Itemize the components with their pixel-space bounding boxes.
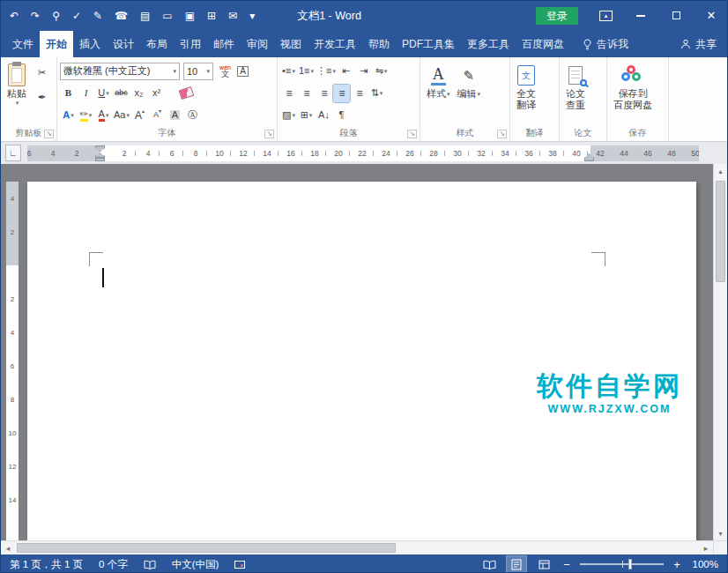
character-border-button[interactable]: A [234, 63, 251, 80]
line-spacing-button[interactable]: ⇅▾ [368, 85, 385, 102]
grow-font-button[interactable]: A▴ [131, 107, 148, 124]
tab-view[interactable]: 视图 [274, 31, 308, 57]
page-indicator[interactable]: 第 1 页，共 1 页 [10, 558, 83, 571]
vertical-scrollbar[interactable]: ▲ ▼ [713, 164, 727, 540]
enclose-char-button[interactable]: Ⓐ [184, 107, 201, 124]
paste-button[interactable]: 粘贴 ▾ [4, 60, 30, 108]
font-color-button[interactable]: A▾ [95, 107, 112, 124]
scroll-down-button[interactable]: ▼ [714, 526, 727, 540]
save-icon[interactable]: ▣ [185, 11, 195, 21]
shading-button[interactable]: ▨▾ [280, 107, 297, 124]
print-icon[interactable]: ⊞ [207, 11, 216, 21]
strikethrough-button[interactable]: abc [113, 85, 130, 102]
tab-home[interactable]: 开始 [40, 31, 73, 57]
zoom-out-button[interactable]: − [561, 558, 572, 571]
text-effects-button[interactable]: A▾ [60, 107, 77, 124]
scroll-right-button[interactable]: ▸ [699, 544, 713, 553]
maximize-button[interactable] [669, 9, 683, 23]
bold-button[interactable]: B [60, 85, 77, 102]
qat-more-icon[interactable]: ▾ [249, 11, 255, 21]
format-painter-button[interactable]: ✒ [33, 88, 50, 106]
tell-me-button[interactable]: 告诉我 [583, 31, 628, 57]
tab-insert[interactable]: 插入 [73, 31, 107, 57]
web-layout-button[interactable] [534, 556, 553, 572]
sort-button[interactable]: A↓ [316, 107, 332, 124]
show-marks-button[interactable]: ¶ [333, 107, 350, 124]
shrink-font-button[interactable]: A▾ [149, 107, 166, 124]
ribbon-display-options-icon[interactable]: ▴ [599, 11, 613, 21]
tab-pdf-tools[interactable]: PDF工具集 [396, 31, 461, 57]
proofing-button[interactable] [144, 560, 156, 569]
paper-check-button[interactable]: 论文 查重 [562, 60, 589, 113]
char-shading-button[interactable]: A [167, 107, 183, 124]
draw-table-icon[interactable]: ✎ [93, 11, 102, 21]
tab-mailings[interactable]: 邮件 [207, 31, 241, 57]
open-file-icon[interactable]: ▭ [162, 11, 172, 21]
share-button[interactable]: 共享 [680, 31, 717, 57]
print-layout-button[interactable] [507, 556, 526, 572]
undo-icon[interactable]: ↶ [10, 11, 19, 21]
tab-design[interactable]: 设计 [107, 31, 140, 57]
superscript-button[interactable]: x² [148, 85, 165, 102]
tab-review[interactable]: 审阅 [241, 31, 274, 57]
italic-button[interactable]: I [78, 85, 94, 102]
contacts-icon[interactable]: ☎ [115, 11, 128, 21]
font-name-select[interactable]: 微软雅黑 (中文正文) ▾ [60, 63, 180, 80]
zoom-in-button[interactable]: + [672, 558, 682, 571]
left-indent-marker[interactable] [95, 158, 105, 161]
font-dialog-launcher[interactable]: ↘ [264, 130, 274, 138]
increase-indent-button[interactable]: ⇥ [355, 63, 372, 80]
word-count[interactable]: 0 个字 [99, 558, 128, 571]
borders-button[interactable]: ⊞▾ [298, 107, 315, 124]
full-text-translate-button[interactable]: 文 全文 翻译 [513, 60, 539, 113]
close-button[interactable]: ✕ [704, 9, 718, 23]
tab-file[interactable]: 文件 [6, 31, 40, 57]
print-preview-icon[interactable]: ⚲ [52, 11, 60, 21]
tab-references[interactable]: 引用 [174, 31, 207, 57]
highlight-button[interactable]: ✏▾ [78, 107, 94, 124]
subscript-button[interactable]: x₂ [130, 85, 147, 102]
font-size-select[interactable]: 10 ▾ [183, 63, 213, 80]
asian-layout-button[interactable]: ⇋▾ [373, 63, 390, 80]
language-indicator[interactable]: 中文(中国) [172, 558, 219, 571]
spelling-grammar-icon[interactable]: ✓ [72, 11, 81, 21]
numbering-button[interactable]: 1≡▾ [298, 63, 315, 80]
align-right-button[interactable]: ≡ [316, 85, 332, 102]
align-left-button[interactable]: ≡ [280, 85, 297, 102]
scroll-up-button[interactable]: ▲ [714, 164, 727, 178]
zoom-slider[interactable] [580, 563, 664, 565]
tab-help[interactable]: 帮助 [362, 31, 396, 57]
minimize-button[interactable] [634, 9, 648, 23]
phonetic-guide-button[interactable]: wén 文 [217, 63, 234, 80]
distribute-button[interactable]: ≡ [351, 85, 368, 102]
clipboard-dialog-launcher[interactable]: ↘ [44, 130, 54, 138]
email-icon[interactable]: ✉ [228, 11, 237, 21]
style-editor-button[interactable]: ✎ 编辑▾ [454, 60, 485, 101]
redo-icon[interactable]: ↷ [31, 11, 40, 21]
tab-more-tools[interactable]: 更多工具 [461, 31, 516, 57]
horizontal-scrollbar-thumb[interactable] [17, 543, 396, 553]
bullets-button[interactable]: •≡▾ [280, 63, 297, 80]
styles-dialog-launcher[interactable]: ↘ [497, 130, 507, 138]
vertical-ruler[interactable]: 422468101214 [6, 182, 19, 540]
login-button[interactable]: 登录 [536, 7, 578, 25]
tab-selector-button[interactable]: ∟ [5, 145, 21, 161]
decrease-indent-button[interactable]: ⇤ [338, 63, 354, 80]
tab-layout[interactable]: 布局 [140, 31, 174, 57]
scroll-left-button[interactable]: ◂ [1, 544, 15, 553]
tab-developer[interactable]: 开发工具 [308, 31, 362, 57]
styles-button[interactable]: A 样式▾ [423, 60, 454, 101]
horizontal-ruler[interactable]: 6422468101214161820222426283032343638404… [27, 145, 699, 161]
cut-button[interactable]: ✂ [33, 63, 50, 81]
macro-record-button[interactable] [234, 561, 245, 569]
underline-button[interactable]: U▾ [95, 85, 112, 102]
paragraph-dialog-launcher[interactable]: ↘ [407, 130, 417, 138]
document-page[interactable]: 软件自学网 WWW.RJZXW.COM [27, 182, 696, 540]
zoom-percentage[interactable]: 100% [690, 559, 718, 569]
change-case-button[interactable]: Aa▾ [113, 107, 130, 124]
read-mode-button[interactable] [479, 556, 499, 572]
horizontal-scrollbar[interactable]: ◂ ▸ [1, 540, 727, 554]
zoom-slider-thumb[interactable] [628, 559, 632, 569]
vertical-scrollbar-thumb[interactable] [716, 181, 725, 282]
tab-baidu-netdisk[interactable]: 百度网盘 [516, 31, 570, 57]
